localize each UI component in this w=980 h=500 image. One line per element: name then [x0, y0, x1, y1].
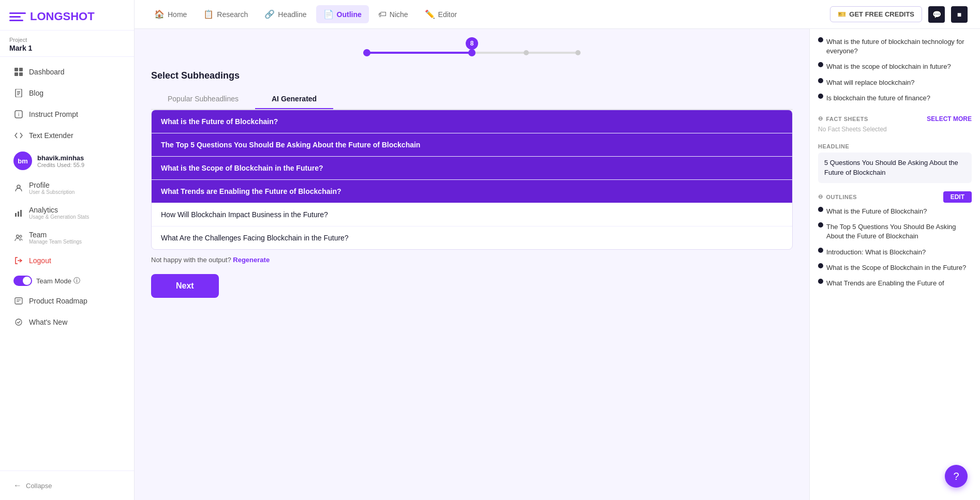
dashboard-label: Dashboard	[29, 68, 65, 76]
outlines-expand-icon[interactable]: ⊖	[818, 193, 823, 200]
subheading-item[interactable]: What Are the Challenges Facing Blockchai…	[152, 226, 792, 249]
question-item: What is the future of blockchain technol…	[818, 37, 972, 59]
select-more-link[interactable]: SELECT MORE	[927, 115, 972, 123]
question-item: What is the scope of blockchain in futur…	[818, 62, 972, 74]
project-label: Project	[9, 37, 125, 43]
outline-item: What is the Scope of Blockchain in the F…	[818, 263, 972, 276]
outline-item: Introduction: What is Blockchain?	[818, 248, 972, 260]
bullet-icon	[818, 37, 823, 42]
svg-point-14	[17, 235, 19, 237]
profile-sublabel: User & Subscription	[29, 189, 75, 195]
progress-dot-start	[363, 49, 370, 56]
subheading-item[interactable]: What is the Future of Blockchain?	[152, 110, 792, 133]
next-button[interactable]: Next	[151, 274, 219, 298]
outline-item: The Top 5 Questions You Should Be Asking…	[818, 222, 972, 244]
sidebar-item-blog[interactable]: Blog	[4, 83, 130, 103]
avatar: bm	[13, 151, 32, 170]
help-icon: ?	[953, 471, 959, 482]
settings-button[interactable]: ■	[951, 6, 968, 23]
bullet-icon	[818, 78, 823, 83]
user-section: bm bhavik.minhas Credits Used: 55.9	[4, 146, 130, 175]
svg-rect-13	[20, 210, 22, 217]
niche-icon: 🏷	[378, 10, 387, 19]
bullet-icon	[818, 263, 823, 268]
subheading-item[interactable]: How Will Blockchain Impact Business in t…	[152, 203, 792, 226]
outline-section: ⊖ OUTLINES EDIT What is the Future of Bl…	[818, 191, 972, 294]
product-roadmap-label: Product Roadmap	[29, 297, 87, 305]
collapse-button[interactable]: ← Collapse	[4, 476, 130, 495]
svg-point-20	[16, 319, 22, 325]
sidebar-item-analytics[interactable]: Analytics Usage & Generation Stats	[4, 201, 130, 225]
brand-name: LONGSHOT	[30, 10, 95, 23]
question-item: Is blockchain the future of finance?	[818, 94, 972, 106]
svg-rect-3	[19, 72, 23, 76]
progress-bar	[363, 52, 581, 54]
sidebar-item-team[interactable]: Team Manage Team Settings	[4, 225, 130, 250]
bullet-icon	[818, 62, 823, 67]
edit-button[interactable]: EDIT	[943, 191, 972, 203]
top-nav-right: 🎫 GET FREE CREDITS 💬 ■	[830, 6, 968, 23]
headline-icon: 🔗	[264, 9, 275, 19]
regenerate-link[interactable]: Regenerate	[233, 256, 270, 264]
progress-container: 8	[151, 41, 793, 54]
svg-rect-0	[14, 68, 18, 71]
tab-headline[interactable]: 🔗 Headline	[257, 5, 314, 23]
svg-rect-17	[15, 298, 22, 304]
team-sublabel: Manage Team Settings	[29, 239, 82, 245]
sidebar-item-text-extender[interactable]: Text Extender	[4, 125, 130, 146]
progress-dot-current	[468, 49, 476, 56]
tab-outline[interactable]: 📄 Outline	[316, 5, 369, 23]
subheadings-list: What is the Future of Blockchain? The To…	[151, 110, 793, 250]
team-mode-info: ⓘ	[73, 276, 80, 285]
svg-text:i: i	[18, 112, 19, 117]
fact-sheets-expand-icon[interactable]: ⊖	[818, 115, 823, 122]
subheading-item[interactable]: What Trends are Enabling the Future of B…	[152, 180, 792, 203]
ticket-icon: 🎫	[838, 10, 846, 18]
logout-label: Logout	[29, 256, 51, 265]
section-title: Select Subheadings	[151, 70, 793, 81]
project-name: Mark 1	[9, 44, 125, 52]
get-credits-button[interactable]: 🎫 GET FREE CREDITS	[830, 6, 922, 22]
right-panel: What is the future of blockchain technol…	[809, 29, 980, 500]
outlines-header: ⊖ OUTLINES EDIT	[818, 191, 972, 203]
help-fab[interactable]: ?	[945, 465, 968, 488]
content-area: 8 Select Subheadings Popular Subheadline…	[135, 29, 980, 500]
progress-track-wrapper: 8	[363, 52, 581, 54]
outlines-title: OUTLINES	[826, 194, 857, 200]
sidebar-bottom: ← Collapse	[0, 471, 134, 500]
tab-editor[interactable]: ✏️ Editor	[418, 5, 465, 23]
team-mode-row: Team Mode ⓘ	[4, 271, 130, 290]
sidebar-item-whats-new[interactable]: What's New	[4, 312, 130, 332]
whats-new-icon	[13, 317, 24, 327]
logo-area: LONGSHOT	[0, 0, 134, 31]
tab-niche[interactable]: 🏷 Niche	[371, 6, 415, 23]
headline-title: HEADLINE	[818, 143, 849, 149]
bullet-icon	[818, 248, 823, 253]
tab-popular[interactable]: Popular Subheadlines	[151, 89, 255, 109]
settings-icon: ■	[957, 10, 961, 19]
sidebar-navigation: Dashboard Blog i Instruct Prompt Text Ex…	[0, 57, 134, 471]
progress-dot-future	[524, 50, 529, 55]
chat-button[interactable]: 💬	[928, 6, 945, 23]
sidebar-item-logout[interactable]: Logout	[4, 250, 130, 271]
center-content: 8 Select Subheadings Popular Subheadline…	[135, 29, 809, 500]
user-credits: Credits Used: 55.9	[37, 162, 84, 168]
team-mode-toggle[interactable]	[13, 276, 32, 286]
instruct-prompt-label: Instruct Prompt	[29, 110, 78, 118]
whats-new-label: What's New	[29, 318, 67, 326]
svg-rect-2	[14, 72, 18, 76]
progress-dot-end	[575, 50, 581, 55]
subheading-item[interactable]: The Top 5 Questions You Should Be Asking…	[152, 133, 792, 157]
sidebar-item-instruct-prompt[interactable]: i Instruct Prompt	[4, 104, 130, 125]
tab-home[interactable]: 🏠 Home	[147, 5, 194, 23]
text-extender-label: Text Extender	[29, 131, 73, 140]
sidebar-item-product-roadmap[interactable]: Product Roadmap	[4, 291, 130, 311]
subheading-item[interactable]: What is the Scope of Blockchain in the F…	[152, 157, 792, 180]
profile-label: Profile	[29, 181, 50, 189]
outline-icon: 📄	[323, 9, 334, 19]
sidebar-item-dashboard[interactable]: Dashboard	[4, 62, 130, 82]
sidebar-item-profile[interactable]: Profile User & Subscription	[4, 176, 130, 200]
tab-research[interactable]: 📋 Research	[196, 5, 255, 23]
step-number: 8	[466, 37, 478, 50]
tab-ai-generated[interactable]: AI Generated	[255, 89, 333, 109]
